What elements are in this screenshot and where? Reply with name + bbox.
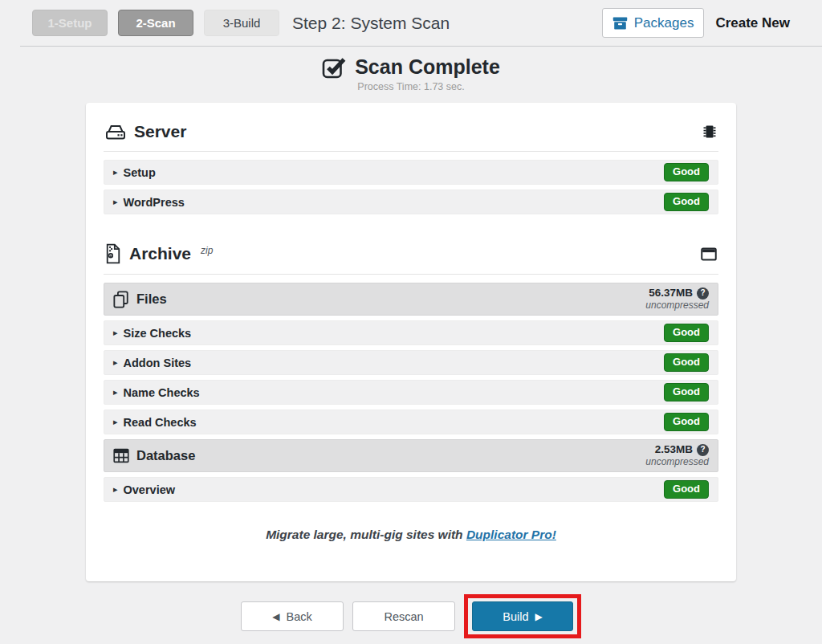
files-size: 56.37MB	[649, 287, 693, 300]
process-time: Process Time: 1.73 sec.	[0, 81, 822, 92]
caret-right-icon: ▸	[113, 485, 118, 494]
toolbar-actions: Packages Create New	[602, 8, 790, 38]
status-badge: Good	[664, 324, 709, 342]
status-badge: Good	[664, 480, 709, 499]
caret-right-icon: ▸	[113, 388, 118, 397]
step-tab-scan[interactable]: 2-Scan	[118, 10, 193, 36]
row-label: Setup	[124, 166, 156, 179]
status-badge: Good	[664, 353, 709, 372]
caret-right-icon: ▸	[113, 418, 118, 426]
archive-format-label: zip	[201, 245, 213, 256]
server-section-header: Server	[104, 116, 718, 152]
help-icon[interactable]: ?	[697, 444, 709, 456]
files-copy-icon	[113, 291, 129, 308]
rescan-button-label: Rescan	[384, 610, 423, 623]
row-label: Addon Sites	[124, 357, 192, 369]
server-section-title: Server	[134, 122, 186, 141]
archive-section-header: Archive zip	[104, 237, 718, 275]
footer-actions: ◀ Back Rescan Build ▶	[0, 594, 822, 638]
database-table-icon	[113, 448, 129, 463]
microchip-icon	[702, 123, 717, 141]
triangle-left-icon: ◀	[272, 612, 279, 622]
window-icon	[701, 247, 717, 261]
database-size-note: uncompressed	[645, 456, 709, 468]
page-title: Step 2: System Scan	[292, 14, 602, 33]
hard-drive-icon	[105, 123, 126, 141]
row-label: Overview	[124, 483, 176, 496]
build-button-highlight: Build ▶	[464, 594, 581, 638]
scan-row-name-checks[interactable]: ▸ Name Checks Good	[104, 380, 718, 405]
files-group-header: Files 56.37MB ? uncompressed	[104, 283, 718, 316]
scan-complete-header: Scan Complete	[0, 55, 822, 79]
promo-text: Migrate large, multi-gig sites with	[266, 528, 462, 541]
caret-right-icon: ▸	[113, 168, 118, 177]
archive-section-title: Archive	[129, 244, 191, 263]
help-icon[interactable]: ?	[697, 287, 709, 300]
step-tab-setup[interactable]: 1-Setup	[32, 10, 108, 36]
files-size-note: uncompressed	[645, 300, 709, 312]
scan-results-card: Server ▸ Setup Good ▸ WordPress Good	[86, 103, 736, 581]
scan-row-wordpress[interactable]: ▸ WordPress Good	[104, 190, 718, 214]
build-button[interactable]: Build ▶	[472, 601, 573, 631]
step-tab-build[interactable]: 3-Build	[204, 10, 279, 36]
scan-row-setup[interactable]: ▸ Setup Good	[104, 160, 718, 185]
rescan-button[interactable]: Rescan	[352, 601, 455, 631]
caret-right-icon: ▸	[113, 358, 118, 367]
row-label: Name Checks	[124, 386, 200, 399]
archive-box-icon	[612, 15, 628, 31]
packages-button[interactable]: Packages	[602, 8, 705, 38]
status-badge: Good	[664, 163, 709, 181]
scan-row-overview[interactable]: ▸ Overview Good	[104, 477, 718, 502]
top-toolbar: 1-Setup 2-Scan 3-Build Step 2: System Sc…	[0, 0, 822, 46]
triangle-right-icon: ▶	[535, 612, 543, 622]
file-archive-icon	[105, 243, 121, 264]
back-button[interactable]: ◀ Back	[241, 601, 344, 631]
database-group-header: Database 2.53MB ? uncompressed	[104, 439, 718, 472]
caret-right-icon: ▸	[113, 198, 118, 206]
database-group-label: Database	[136, 448, 195, 463]
build-button-label: Build	[503, 610, 528, 623]
row-label: Read Checks	[124, 416, 197, 429]
duplicator-pro-link[interactable]: Duplicator Pro!	[466, 528, 556, 541]
status-badge: Good	[664, 413, 709, 431]
header-divider	[20, 46, 822, 47]
packages-button-label: Packages	[634, 15, 694, 31]
files-group-label: Files	[136, 291, 167, 307]
scan-complete-title: Scan Complete	[355, 55, 500, 79]
row-label: Size Checks	[124, 327, 192, 340]
status-badge: Good	[664, 383, 709, 401]
scan-row-addon-sites[interactable]: ▸ Addon Sites Good	[104, 350, 718, 375]
status-badge: Good	[664, 193, 709, 211]
create-new-link[interactable]: Create New	[715, 15, 790, 31]
row-label: WordPress	[124, 196, 185, 209]
step-tabs: 1-Setup 2-Scan 3-Build	[32, 10, 279, 36]
check-square-icon	[322, 56, 346, 79]
back-button-label: Back	[286, 610, 311, 623]
scan-row-size-checks[interactable]: ▸ Size Checks Good	[104, 320, 718, 345]
caret-right-icon: ▸	[113, 328, 118, 337]
duplicator-pro-promo: Migrate large, multi-gig sites with Dupl…	[104, 528, 718, 542]
database-size: 2.53MB	[655, 443, 693, 457]
scan-row-read-checks[interactable]: ▸ Read Checks Good	[104, 410, 718, 434]
